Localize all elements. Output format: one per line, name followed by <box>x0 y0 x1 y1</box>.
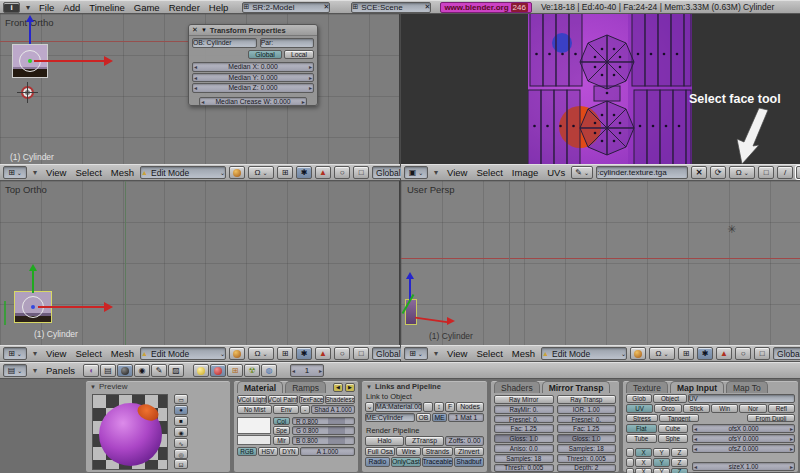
dyn-button[interactable]: DYN <box>279 447 299 456</box>
col-button[interactable]: Col <box>273 417 290 426</box>
preview-flat-button[interactable]: ▭ <box>174 394 188 404</box>
orco-button[interactable]: Orco <box>654 404 681 413</box>
stepper-left-icon[interactable]: ◂ <box>291 367 296 374</box>
move-panel-right-icon[interactable]: ▶ <box>345 383 355 392</box>
script-context-button[interactable]: ▤ <box>100 364 116 377</box>
preview-hair-button[interactable]: ∿ <box>174 438 188 448</box>
samples-transp-stepper[interactable]: Samples: 18 <box>557 444 617 453</box>
menu-select[interactable]: Select <box>72 167 104 178</box>
samples-mirror-stepper[interactable]: Samples: 18 <box>494 454 554 463</box>
slider-left-icon[interactable]: ◂ <box>200 98 205 105</box>
slider-left-icon[interactable]: ◂ <box>193 84 198 91</box>
uv-image-editor[interactable]: Select face tool <box>401 14 800 164</box>
ma-browse-icon[interactable]: ⌄ <box>365 402 374 412</box>
manipulator-toggle[interactable]: ⊞ <box>277 347 293 360</box>
sizex-slider[interactable]: sizeX 1.00 <box>729 463 758 470</box>
slider-right-icon[interactable]: ▸ <box>789 463 794 470</box>
stick-button[interactable]: Stick <box>683 404 710 413</box>
menu-image[interactable]: Image <box>509 167 541 178</box>
slider-left-icon[interactable]: ◂ <box>193 74 198 81</box>
select-face-button[interactable]: ▲ <box>796 166 800 179</box>
manipulator-toggle[interactable]: ⊞ <box>277 166 293 179</box>
parent-field[interactable]: Par: <box>260 38 314 48</box>
editing-context-button[interactable]: ✎ <box>151 364 167 377</box>
glob-button[interactable]: Glob <box>626 394 652 403</box>
r-slider[interactable]: R 0.800 <box>292 417 355 426</box>
menu-select[interactable]: Select <box>72 348 104 359</box>
preview-refresh-button[interactable]: ⊡ <box>174 459 188 469</box>
logic-context-button[interactable]: ◖ <box>83 364 99 377</box>
object-button[interactable]: Object <box>653 394 687 403</box>
tab-map-input[interactable]: Map Input <box>670 381 724 393</box>
z-coord-button[interactable]: Z <box>671 458 688 467</box>
editor-type-selector[interactable]: ⊞⌄ <box>404 347 428 360</box>
shadbuf-button[interactable]: Shadbuf <box>454 457 484 467</box>
slider-left-icon[interactable]: ◂ <box>693 463 698 470</box>
image-name-field[interactable]: :cylinder.texture.tga <box>596 166 688 179</box>
fresnel-mirror-slider[interactable]: Fresnel: 0. <box>494 415 554 424</box>
shading-context-button[interactable] <box>117 364 133 377</box>
image-browse-button[interactable]: ✎ ⌄ <box>571 166 593 179</box>
header-collapse-icon[interactable]: ▾ <box>431 168 441 177</box>
tube-button[interactable]: Tube <box>626 434 657 443</box>
collapse-caret-icon[interactable]: ▾ <box>23 3 33 12</box>
rgb-button[interactable]: RGB <box>237 447 257 456</box>
preview-cube-button[interactable]: ■ <box>174 416 188 426</box>
tangent-button[interactable]: Tangent <box>659 414 699 423</box>
fake-user-icon[interactable]: F <box>445 402 455 412</box>
clip-uv-button[interactable]: □ <box>758 166 774 179</box>
material-subcontext-button[interactable] <box>210 364 226 377</box>
manipulator-toggle[interactable]: ⊞ <box>678 347 694 360</box>
editor-type-selector[interactable]: ▤⌄ <box>3 364 27 377</box>
depth-transp-stepper[interactable]: Depth: 2 <box>557 464 617 473</box>
x-coord-button[interactable]: X <box>635 448 652 457</box>
unlink-material-icon[interactable] <box>423 402 433 412</box>
menu-select[interactable]: Select <box>473 348 505 359</box>
env-button[interactable]: Env <box>273 405 298 414</box>
stress-button[interactable]: Stress <box>626 414 658 423</box>
menu-panels[interactable]: Panels <box>43 365 78 376</box>
halo-button[interactable]: Halo <box>365 436 404 446</box>
cube-button[interactable]: Cube <box>658 424 689 433</box>
tab-texture[interactable]: Texture <box>626 381 668 393</box>
radio-button[interactable]: Radio <box>365 457 390 467</box>
ior-slider[interactable]: IOR: 1.00 <box>557 405 617 414</box>
diffuse-color-swatch[interactable] <box>237 417 271 435</box>
scale-mode-button[interactable]: □ <box>353 347 369 360</box>
slider-right-icon[interactable]: ▸ <box>789 435 794 442</box>
slider-left-icon[interactable]: ◂ <box>693 425 698 432</box>
menu-help[interactable]: Help <box>206 2 232 13</box>
hand-tool-button[interactable]: ✱ <box>697 347 713 360</box>
menu-view[interactable]: View <box>43 167 69 178</box>
refl-button[interactable]: Refl <box>768 404 795 413</box>
median-x-slider[interactable]: ◂ Median X: 0.000 ▸ <box>192 62 314 72</box>
me-link-button[interactable]: ME <box>432 413 447 423</box>
ofsy-slider[interactable]: ofsY 0.000 <box>729 435 759 442</box>
win-button[interactable]: Win <box>711 404 738 413</box>
flat-button[interactable]: Flat <box>626 424 657 433</box>
x-axis-arrow[interactable] <box>38 306 106 308</box>
blank-cell[interactable] <box>626 468 634 473</box>
manipulator-center[interactable] <box>31 305 35 309</box>
uv-coords-button[interactable]: UV <box>626 404 653 413</box>
tab-ramps[interactable]: Ramps <box>285 381 326 393</box>
nodes-button[interactable]: Nodes <box>456 402 484 412</box>
mode-dropdown[interactable]: ▲ Edit Mode ⌄ <box>541 347 627 360</box>
mode-dropdown[interactable]: ▲ Edit Mode ⌄ <box>140 166 226 179</box>
y-coord-button[interactable]: Y <box>653 458 670 467</box>
ob-link-button[interactable]: OB <box>416 413 431 423</box>
slider-left-icon[interactable]: ◂ <box>193 63 198 70</box>
menu-game[interactable]: Game <box>131 2 163 13</box>
close-icon[interactable]: ✕ <box>425 3 431 11</box>
fac-transp-slider[interactable]: Fac: 1.25 <box>557 424 617 433</box>
panel-collapse-icon[interactable]: ▼ <box>366 384 372 390</box>
rotate-mode-button[interactable]: ○ <box>334 166 350 179</box>
texture-subcontext-button[interactable]: ⊞ <box>227 364 243 377</box>
gloss-mirror-slider[interactable]: Gloss: 1.0 <box>494 434 554 443</box>
global-button[interactable]: Global <box>248 50 282 60</box>
blank-cell[interactable] <box>626 448 634 457</box>
hand-tool-button[interactable]: ✱ <box>296 166 312 179</box>
mir-button[interactable]: Mir <box>273 436 290 445</box>
material-slot-stepper[interactable]: 1 Mat 1 <box>448 413 484 423</box>
median-y-slider[interactable]: ◂ Median Y: 0.000 ▸ <box>192 73 314 83</box>
